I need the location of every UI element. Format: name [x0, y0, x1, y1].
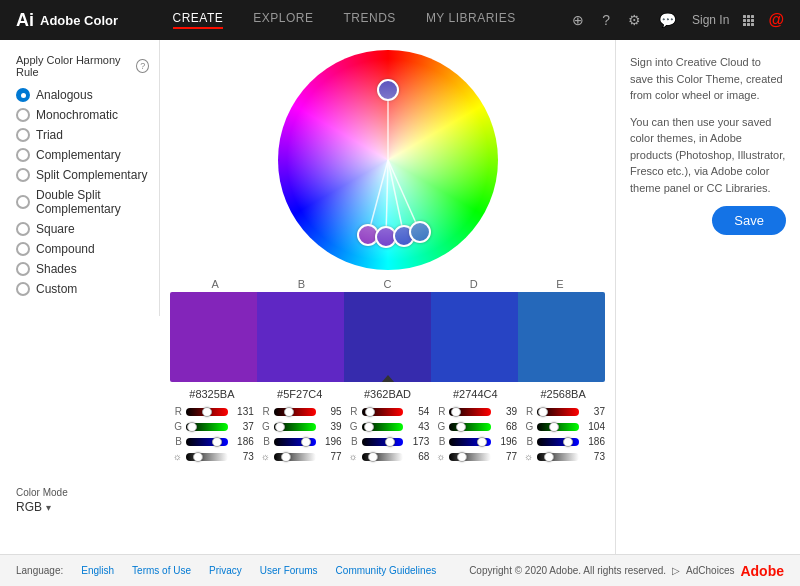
language-link[interactable]: English	[81, 565, 114, 576]
footer: Language: English Terms of Use Privacy U…	[0, 554, 800, 586]
info-icon[interactable]: ?	[600, 10, 612, 30]
color-strip-e[interactable]	[518, 292, 605, 382]
slider-thumb-2-3[interactable]	[368, 452, 378, 462]
nav-explore[interactable]: EXPLORE	[253, 11, 313, 29]
slider-thumb-0-3[interactable]	[193, 452, 203, 462]
harmony-rules-list: AnalogousMonochromaticTriadComplementary…	[16, 88, 149, 296]
slider-thumb-2-1[interactable]	[364, 422, 374, 432]
color-wheel[interactable]	[278, 50, 498, 270]
harmony-rule-split-complementary[interactable]: Split Complementary	[16, 168, 149, 182]
slider-thumb-3-2[interactable]	[477, 437, 487, 447]
hex-value-4: #2568BA	[521, 388, 605, 400]
harmony-rule-shades[interactable]: Shades	[16, 262, 149, 276]
swatch-b[interactable]	[375, 226, 397, 248]
swatch-c[interactable]	[377, 79, 399, 101]
slider-track-1-3[interactable]	[274, 453, 316, 461]
add-icon[interactable]: ⊕	[570, 10, 586, 30]
color-strip-a[interactable]	[170, 292, 257, 382]
harmony-rule-square[interactable]: Square	[16, 222, 149, 236]
slider-track-2-2[interactable]	[362, 438, 404, 446]
harmony-rule-custom[interactable]: Custom	[16, 282, 149, 296]
save-button[interactable]: Save	[712, 206, 786, 235]
color-strips[interactable]	[170, 292, 605, 382]
slider-track-3-1[interactable]	[449, 423, 491, 431]
slider-thumb-0-1[interactable]	[187, 422, 197, 432]
nav-libraries[interactable]: MY LIBRARIES	[426, 11, 516, 29]
harmony-help-icon[interactable]: ?	[136, 59, 149, 73]
user-forums-link[interactable]: User Forums	[260, 565, 318, 576]
slider-thumb-3-1[interactable]	[456, 422, 466, 432]
radio-label: Monochromatic	[36, 108, 118, 122]
color-wheel-container	[278, 50, 498, 270]
slider-value-2-0: 54	[407, 406, 429, 417]
privacy-link[interactable]: Privacy	[209, 565, 242, 576]
community-link[interactable]: Community Guidelines	[336, 565, 437, 576]
slider-track-3-2[interactable]	[449, 438, 491, 446]
chat-icon[interactable]: 💬	[657, 10, 678, 30]
harmony-rule-analogous[interactable]: Analogous	[16, 88, 149, 102]
slider-track-3-0[interactable]	[449, 408, 491, 416]
slider-track-1-0[interactable]	[274, 408, 316, 416]
slider-thumb-3-3[interactable]	[457, 452, 467, 462]
swatch-a[interactable]	[357, 224, 379, 246]
slider-track-0-0[interactable]	[186, 408, 228, 416]
language-label: Language:	[16, 565, 63, 576]
slider-thumb-1-1[interactable]	[275, 422, 285, 432]
harmony-rule-compound[interactable]: Compound	[16, 242, 149, 256]
slider-track-1-1[interactable]	[274, 423, 316, 431]
slider-thumb-4-0[interactable]	[538, 407, 548, 417]
slider-label-2-1: G	[346, 421, 358, 432]
slider-thumb-0-0[interactable]	[202, 407, 212, 417]
slider-thumb-3-0[interactable]	[451, 407, 461, 417]
slider-row-3-R: R39	[433, 406, 517, 417]
settings-icon[interactable]: ⚙	[626, 10, 643, 30]
harmony-rule-monochromatic[interactable]: Monochromatic	[16, 108, 149, 122]
slider-label-1-3: ☼	[258, 451, 270, 462]
color-mode-select[interactable]: RGB ▾	[16, 500, 144, 514]
adobe-logo-icon: Ai	[16, 10, 34, 31]
harmony-rule-triad[interactable]: Triad	[16, 128, 149, 142]
swatch-d[interactable]	[393, 225, 415, 247]
slider-track-0-3[interactable]	[186, 453, 228, 461]
color-strip-d[interactable]	[431, 292, 518, 382]
slider-track-4-3[interactable]	[537, 453, 579, 461]
slider-thumb-4-2[interactable]	[563, 437, 573, 447]
slider-track-0-1[interactable]	[186, 423, 228, 431]
slider-track-4-1[interactable]	[537, 423, 579, 431]
slider-track-1-2[interactable]	[274, 438, 316, 446]
color-strip-c[interactable]	[344, 292, 431, 382]
slider-track-4-2[interactable]	[537, 438, 579, 446]
nav-trends[interactable]: TRENDS	[344, 11, 396, 29]
color-strip-b[interactable]	[257, 292, 344, 382]
slider-track-0-2[interactable]	[186, 438, 228, 446]
slider-thumb-2-0[interactable]	[365, 407, 375, 417]
slider-thumb-0-2[interactable]	[212, 437, 222, 447]
slider-track-2-0[interactable]	[362, 408, 404, 416]
swatch-e[interactable]	[409, 221, 431, 243]
slider-track-2-3[interactable]	[362, 453, 404, 461]
terms-link[interactable]: Terms of Use	[132, 565, 191, 576]
harmony-rule-complementary[interactable]: Complementary	[16, 148, 149, 162]
slider-track-4-0[interactable]	[537, 408, 579, 416]
harmony-rule-double-split-complementary[interactable]: Double Split Complementary	[16, 188, 149, 216]
main-nav: CREATE EXPLORE TRENDS MY LIBRARIES	[173, 11, 516, 29]
radio-circle-0	[16, 88, 30, 102]
slider-track-2-1[interactable]	[362, 423, 404, 431]
strip-label-a: A	[172, 278, 258, 290]
hex-value-3: #2744C4	[433, 388, 517, 400]
slider-thumb-1-3[interactable]	[281, 452, 291, 462]
slider-thumb-1-0[interactable]	[284, 407, 294, 417]
sign-in-link[interactable]: Sign In	[692, 13, 729, 27]
apps-grid-icon[interactable]	[743, 15, 754, 26]
slider-track-3-3[interactable]	[449, 453, 491, 461]
strip-label-d: D	[431, 278, 517, 290]
slider-label-0-0: R	[170, 406, 182, 417]
slider-thumb-1-2[interactable]	[301, 437, 311, 447]
radio-circle-7	[16, 242, 30, 256]
ad-choices-icon[interactable]: ▷	[672, 565, 680, 576]
strip-column-labels: A B C D E	[160, 278, 615, 290]
slider-thumb-2-2[interactable]	[385, 437, 395, 447]
nav-create[interactable]: CREATE	[173, 11, 224, 29]
slider-thumb-4-3[interactable]	[544, 452, 554, 462]
slider-thumb-4-1[interactable]	[549, 422, 559, 432]
